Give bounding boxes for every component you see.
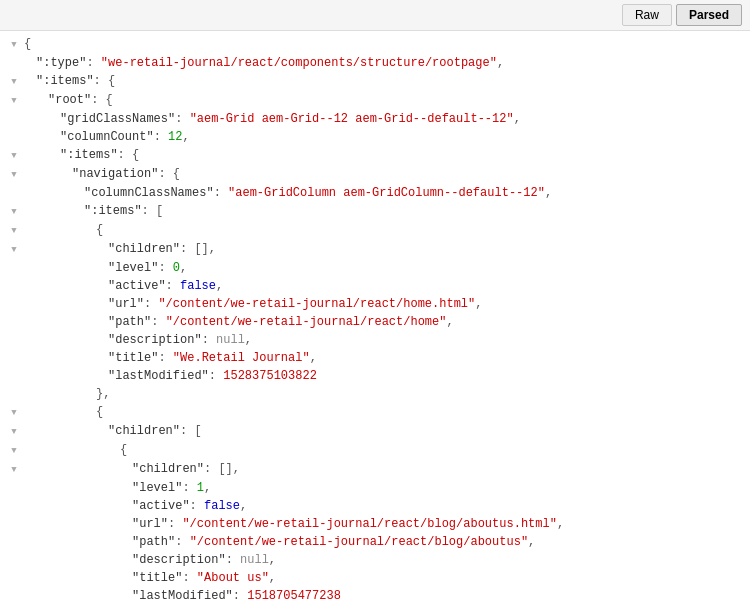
line-content: {: [96, 221, 746, 239]
collapse-toggle[interactable]: ▼: [4, 165, 24, 184]
line-content: "children": [],: [108, 240, 746, 258]
collapse-toggle[interactable]: ▼: [4, 441, 24, 460]
json-line: "description": null,: [0, 551, 750, 569]
line-content: "title": "About us",: [132, 569, 746, 587]
json-line: "columnClassNames": "aem-GridColumn aem-…: [0, 184, 750, 202]
raw-button[interactable]: Raw: [622, 4, 672, 26]
line-content: "title": "We.Retail Journal",: [108, 349, 746, 367]
json-line: ▼"navigation": {: [0, 165, 750, 184]
json-line: ▼"root": {: [0, 91, 750, 110]
line-content: ":items": {: [36, 72, 746, 90]
line-content: ":type": "we-retail-journal/react/compon…: [36, 54, 746, 72]
json-line: ▼"children": [: [0, 422, 750, 441]
line-content: "description": null,: [132, 551, 746, 569]
json-line: "title": "We.Retail Journal",: [0, 349, 750, 367]
line-content: "gridClassNames": "aem-Grid aem-Grid--12…: [60, 110, 746, 128]
json-line: "level": 0,: [0, 259, 750, 277]
collapse-toggle[interactable]: ▼: [4, 221, 24, 240]
collapse-toggle[interactable]: ▼: [4, 403, 24, 422]
json-line: "active": false,: [0, 497, 750, 515]
toolbar: Raw Parsed: [0, 0, 750, 31]
line-content: "path": "/content/we-retail-journal/reac…: [108, 313, 746, 331]
json-line: "gridClassNames": "aem-Grid aem-Grid--12…: [0, 110, 750, 128]
collapse-toggle[interactable]: ▼: [4, 202, 24, 221]
collapse-toggle[interactable]: ▼: [4, 146, 24, 165]
line-content: "children": [: [108, 422, 746, 440]
json-line: "title": "About us",: [0, 569, 750, 587]
line-content: "root": {: [48, 91, 746, 109]
line-content: "description": null,: [108, 331, 746, 349]
line-content: "navigation": {: [72, 165, 746, 183]
line-content: "url": "/content/we-retail-journal/react…: [132, 515, 746, 533]
json-line: ▼":items": [: [0, 202, 750, 221]
line-content: {: [120, 441, 746, 459]
line-content: "active": false,: [108, 277, 746, 295]
collapse-toggle[interactable]: ▼: [4, 422, 24, 441]
collapse-toggle[interactable]: ▼: [4, 35, 24, 54]
line-content: {: [96, 403, 746, 421]
parsed-button[interactable]: Parsed: [676, 4, 742, 26]
json-line: "path": "/content/we-retail-journal/reac…: [0, 533, 750, 551]
json-line: "level": 1,: [0, 479, 750, 497]
json-line: "url": "/content/we-retail-journal/react…: [0, 295, 750, 313]
line-content: "level": 0,: [108, 259, 746, 277]
line-content: "children": [],: [132, 460, 746, 478]
app-container: Raw Parsed ▼{":type": "we-retail-journal…: [0, 0, 750, 604]
line-content: {: [24, 35, 746, 53]
json-line: "columnCount": 12,: [0, 128, 750, 146]
json-line: ▼":items": {: [0, 72, 750, 91]
json-line: ▼{: [0, 35, 750, 54]
json-viewer: ▼{":type": "we-retail-journal/react/comp…: [0, 31, 750, 604]
line-content: "level": 1,: [132, 479, 746, 497]
json-line: ▼{: [0, 221, 750, 240]
line-content: "url": "/content/we-retail-journal/react…: [108, 295, 746, 313]
line-content: },: [96, 385, 746, 403]
collapse-toggle[interactable]: ▼: [4, 460, 24, 479]
json-line: ▼"children": [],: [0, 240, 750, 259]
collapse-toggle[interactable]: ▼: [4, 91, 24, 110]
line-content: "active": false,: [132, 497, 746, 515]
line-content: "lastModified": 1528375103822: [108, 367, 746, 385]
json-line: "description": null,: [0, 331, 750, 349]
line-content: "columnCount": 12,: [60, 128, 746, 146]
line-content: ":items": [: [84, 202, 746, 220]
json-line: "path": "/content/we-retail-journal/reac…: [0, 313, 750, 331]
json-line: ▼{: [0, 441, 750, 460]
json-line: ▼{: [0, 403, 750, 422]
line-content: ":items": {: [60, 146, 746, 164]
line-content: "path": "/content/we-retail-journal/reac…: [132, 533, 746, 551]
line-content: "columnClassNames": "aem-GridColumn aem-…: [84, 184, 746, 202]
json-line: ":type": "we-retail-journal/react/compon…: [0, 54, 750, 72]
json-line: "lastModified": 1518705477238: [0, 587, 750, 604]
line-content: "lastModified": 1518705477238: [132, 587, 746, 604]
collapse-toggle[interactable]: ▼: [4, 72, 24, 91]
json-line: ▼":items": {: [0, 146, 750, 165]
json-line: ▼"children": [],: [0, 460, 750, 479]
json-line: "active": false,: [0, 277, 750, 295]
json-line: },: [0, 385, 750, 403]
collapse-toggle[interactable]: ▼: [4, 240, 24, 259]
json-line: "lastModified": 1528375103822: [0, 367, 750, 385]
json-line: "url": "/content/we-retail-journal/react…: [0, 515, 750, 533]
